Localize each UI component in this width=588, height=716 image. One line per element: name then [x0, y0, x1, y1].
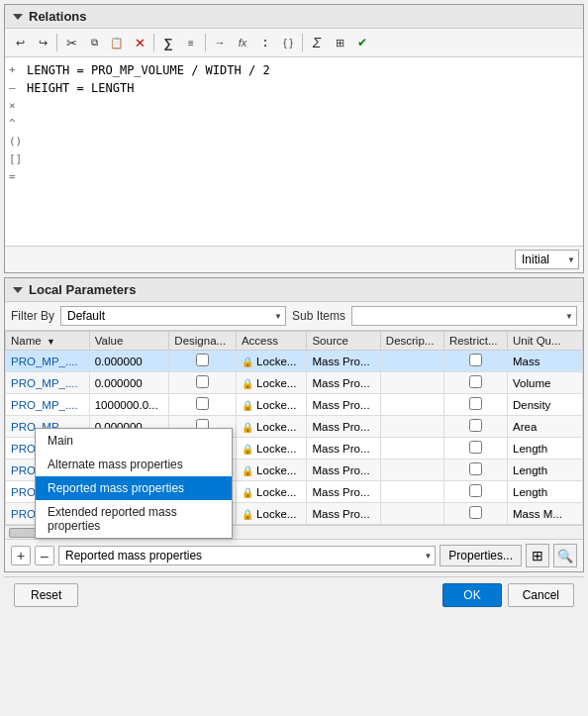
- cell-restrict: [443, 394, 507, 416]
- paste-button[interactable]: 📋: [106, 32, 128, 53]
- local-params-panel: Local Parameters Filter By Default All U…: [4, 277, 584, 572]
- cell-source: Mass Pro...: [307, 394, 380, 416]
- cell-unitqty: Volume: [508, 372, 583, 394]
- subitems-dropdown-wrapper[interactable]: [351, 306, 577, 326]
- relation-line-5: (): [9, 133, 579, 151]
- properties-button[interactable]: Properties...: [440, 545, 522, 566]
- initial-dropdown-wrapper[interactable]: Initial Current: [515, 250, 579, 269]
- local-collapse-icon[interactable]: [13, 287, 23, 293]
- cell-description: [380, 394, 443, 416]
- relations-editor[interactable]: + LENGTH = PRO_MP_VOLUME / WIDTH / 2 – H…: [5, 57, 583, 246]
- colon-button[interactable]: :: [254, 32, 276, 53]
- cell-access: 🔒 Locke...: [236, 438, 307, 460]
- designation-checkbox[interactable]: [196, 375, 209, 388]
- restrict-checkbox[interactable]: [469, 462, 482, 475]
- add-param-button[interactable]: +: [11, 546, 31, 565]
- cell-restrict: [443, 351, 507, 372]
- collapse-icon[interactable]: [13, 14, 23, 20]
- mass-properties-dropdown[interactable]: Main Alternate mass properties Reported …: [58, 546, 436, 565]
- relation-line-3: ×: [9, 97, 579, 115]
- table-row[interactable]: PRO_MP_.... 0.000000 🔒 Locke... Mass Pro…: [6, 351, 583, 372]
- search-icon-button[interactable]: 🔍: [553, 544, 577, 567]
- col-unitqty: Unit Qu...: [508, 332, 583, 351]
- fx-button[interactable]: fx: [232, 32, 253, 53]
- relation-line-2: – HEIGHT = LENGTH: [9, 79, 579, 97]
- delete-button[interactable]: ✕: [129, 32, 150, 53]
- filter-select[interactable]: Default All User-Defined: [60, 306, 286, 326]
- relation-line-4: ^: [9, 115, 579, 133]
- arrow-button[interactable]: →: [209, 32, 231, 53]
- line-prefix-7: =: [9, 168, 27, 186]
- undo-button[interactable]: ↩: [9, 32, 31, 53]
- sigma-button[interactable]: Σ: [306, 32, 328, 53]
- popup-item-alternate[interactable]: Alternate mass properties: [36, 453, 232, 476]
- cell-value: 0.000000: [89, 351, 169, 372]
- cell-unitqty: Length: [508, 481, 583, 503]
- cell-source: Mass Pro...: [307, 372, 380, 394]
- col-source: Source: [307, 332, 380, 351]
- col-description: Descrip...: [380, 332, 443, 351]
- subitems-label: Sub Items: [292, 309, 345, 323]
- relation-line-6: []: [9, 151, 579, 168]
- restrict-checkbox[interactable]: [469, 484, 482, 497]
- cancel-button[interactable]: Cancel: [508, 583, 574, 607]
- restrict-checkbox[interactable]: [469, 375, 482, 388]
- cell-name: PRO_MP_....: [6, 394, 90, 416]
- remove-param-button[interactable]: –: [35, 546, 54, 565]
- cell-description: [380, 438, 443, 460]
- table-button[interactable]: ⊞: [329, 32, 350, 53]
- action-dropdown-wrapper[interactable]: Main Alternate mass properties Reported …: [58, 546, 436, 565]
- bracket-button[interactable]: { }: [277, 32, 299, 53]
- designation-checkbox[interactable]: [196, 397, 209, 410]
- cell-access: 🔒 Locke...: [236, 372, 307, 394]
- cell-description: [380, 372, 443, 394]
- restrict-checkbox[interactable]: [469, 354, 482, 366]
- filter-label: Filter By: [11, 309, 54, 323]
- action-bar-container: + – Main Alternate mass properties Repor…: [5, 539, 583, 571]
- cell-source: Mass Pro...: [307, 438, 380, 460]
- reset-button[interactable]: Reset: [14, 583, 78, 607]
- filter-dropdown-wrapper[interactable]: Default All User-Defined: [60, 306, 286, 326]
- designation-checkbox[interactable]: [196, 354, 209, 366]
- cell-source: Mass Pro...: [307, 460, 380, 481]
- cell-unitqty: Mass M...: [508, 503, 583, 525]
- restrict-checkbox[interactable]: [469, 441, 482, 454]
- line-content-2: HEIGHT = LENGTH: [27, 79, 134, 97]
- toggle1-button[interactable]: ≡: [180, 32, 202, 53]
- ok-button[interactable]: OK: [442, 583, 501, 607]
- cell-restrict: [443, 481, 507, 503]
- cell-access: 🔒 Locke...: [236, 503, 307, 525]
- table-row[interactable]: PRO_MP_.... 1000000.0... 🔒 Locke... Mass…: [6, 394, 583, 416]
- table-icon-button[interactable]: ⊞: [526, 544, 549, 567]
- initial-dropdown[interactable]: Initial Current: [515, 250, 579, 269]
- restrict-checkbox[interactable]: [469, 419, 482, 432]
- popup-item-main[interactable]: Main: [36, 429, 232, 453]
- cell-unitqty: Length: [508, 460, 583, 481]
- table-row[interactable]: PRO_MP_.... 0.000000 🔒 Locke... Mass Pro…: [6, 372, 583, 394]
- cell-access: 🔒 Locke...: [236, 460, 307, 481]
- popup-item-extended[interactable]: Extended reported mass properties: [36, 500, 232, 538]
- cell-access: 🔒 Locke...: [236, 394, 307, 416]
- check-button[interactable]: ✔: [351, 32, 373, 53]
- toolbar-sep-2: [153, 34, 154, 51]
- redo-button[interactable]: ↪: [32, 32, 53, 53]
- col-restrict: Restrict...: [443, 332, 507, 351]
- line-content-1: LENGTH = PRO_MP_VOLUME / WIDTH / 2: [27, 61, 270, 79]
- line-prefix-3: ×: [9, 97, 27, 115]
- insert-mode-button[interactable]: ∑: [157, 32, 179, 53]
- filter-row: Filter By Default All User-Defined Sub I…: [5, 302, 583, 331]
- popup-item-reported[interactable]: Reported mass properties: [36, 476, 232, 500]
- cell-designation: [169, 351, 237, 372]
- subitems-select[interactable]: [351, 306, 577, 326]
- restrict-checkbox[interactable]: [469, 506, 482, 519]
- relations-title: Relations: [29, 9, 87, 24]
- cell-access: 🔒 Locke...: [236, 351, 307, 372]
- cell-restrict: [443, 460, 507, 481]
- bottom-bar: Reset OK Cancel: [4, 576, 584, 613]
- copy-button[interactable]: ⧉: [83, 32, 105, 53]
- relations-header: Relations: [5, 5, 583, 29]
- cell-unitqty: Density: [508, 394, 583, 416]
- restrict-checkbox[interactable]: [469, 397, 482, 410]
- local-params-title: Local Parameters: [29, 282, 136, 297]
- cut-button[interactable]: ✂: [60, 32, 82, 53]
